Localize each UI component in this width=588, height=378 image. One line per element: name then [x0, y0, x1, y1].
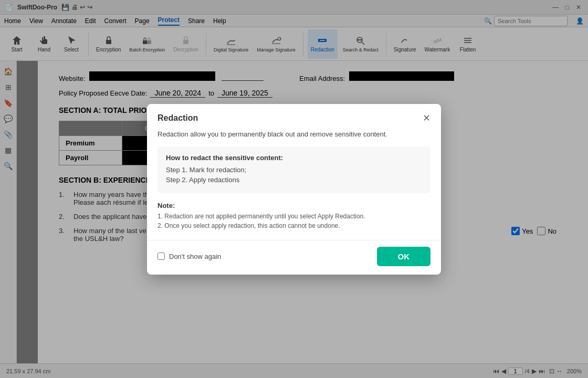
modal-footer: Don't show again OK	[147, 240, 441, 275]
modal-steps: How to redact the sensitive content: Ste…	[158, 146, 430, 193]
ok-button[interactable]: OK	[377, 247, 431, 266]
step-1: Step 1. Mark for redaction;	[166, 166, 422, 174]
note-title: Note:	[158, 202, 430, 209]
modal-overlay: Redaction ✕ Redaction allow you to perma…	[0, 0, 588, 378]
dont-show-label: Don't show again	[169, 253, 221, 260]
modal-description: Redaction allow you to permanently black…	[147, 130, 441, 146]
modal-title: Redaction	[158, 113, 198, 123]
modal-note: Note: 1. Redaction are not applied perma…	[147, 202, 441, 240]
step-2: Step 2. Apply redactions	[166, 176, 422, 184]
steps-title: How to redact the sensitive content:	[166, 154, 422, 162]
modal-close-button[interactable]: ✕	[423, 112, 430, 124]
dont-show-checkbox[interactable]	[158, 253, 165, 260]
note-2: 2. Once you select apply redaction, this…	[158, 222, 430, 229]
redaction-modal: Redaction ✕ Redaction allow you to perma…	[147, 104, 441, 275]
note-1: 1. Redaction are not applied permanently…	[158, 213, 430, 220]
dont-show-row: Don't show again	[158, 253, 221, 260]
modal-header: Redaction ✕	[147, 104, 441, 130]
